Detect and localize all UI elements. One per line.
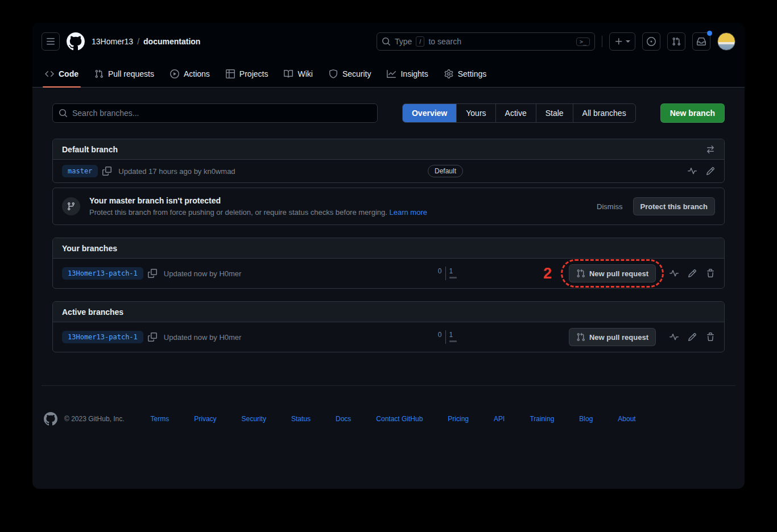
annotation-step-number: 2 [543, 266, 552, 281]
command-palette-icon[interactable]: >_ [576, 38, 590, 46]
filter-yours[interactable]: Yours [456, 104, 495, 122]
github-logo[interactable] [67, 32, 85, 51]
section-title: Your branches [62, 244, 117, 253]
footer: © 2023 GitHub, Inc. Terms Privacy Securi… [42, 385, 735, 426]
search-placeholder-prefix: Type [395, 37, 412, 46]
footer-link-security[interactable]: Security [242, 415, 266, 423]
git-pull-request-icon [94, 69, 104, 78]
branch-filter-tabs: Overview Yours Active Stale All branches [402, 103, 636, 123]
branch-name-link[interactable]: 13Homer13-patch-1 [62, 331, 143, 343]
copy-branch-name-button[interactable] [148, 332, 157, 342]
footer-link-docs[interactable]: Docs [336, 415, 351, 423]
branch-name-link[interactable]: 13Homer13-patch-1 [62, 267, 143, 280]
footer-link-terms[interactable]: Terms [151, 415, 170, 423]
pull-requests-button[interactable] [667, 32, 685, 51]
trash-icon [706, 269, 715, 278]
branch-activity-button[interactable] [669, 332, 679, 342]
rename-branch-button[interactable] [688, 332, 697, 342]
new-pull-request-label: New pull request [589, 269, 648, 278]
pencil-icon [706, 167, 715, 176]
breadcrumb-owner[interactable]: 13Homer13 [92, 37, 133, 46]
branch-protection-banner: Your master branch isn't protected Prote… [52, 188, 725, 225]
git-branch-icon [67, 202, 76, 211]
global-search-box[interactable]: Type / to search >_ [377, 32, 595, 51]
create-new-button[interactable] [609, 32, 635, 51]
copy-branch-name-button[interactable] [102, 167, 111, 176]
avatar[interactable] [717, 32, 735, 51]
branch-row: 13Homer13-patch-1 Updated now by H0mer 0… [53, 322, 724, 352]
tab-wiki[interactable]: Wiki [276, 60, 320, 87]
inbox-icon [697, 37, 706, 46]
tab-insights[interactable]: Insights [379, 60, 436, 87]
behind-count: 0 [435, 330, 446, 344]
copy-branch-name-button[interactable] [148, 269, 157, 278]
learn-more-link[interactable]: Learn more [390, 208, 427, 217]
search-icon [382, 37, 391, 46]
tab-actions[interactable]: Actions [162, 60, 218, 87]
new-pull-request-button[interactable]: New pull request [569, 264, 656, 282]
tab-settings[interactable]: Settings [436, 60, 495, 87]
tab-projects[interactable]: Projects [218, 60, 276, 87]
new-branch-button[interactable]: New branch [660, 103, 725, 123]
search-branches-box[interactable] [52, 103, 378, 123]
tab-pull-requests[interactable]: Pull requests [86, 60, 162, 87]
issues-button[interactable] [642, 32, 660, 51]
rename-branch-button[interactable] [688, 269, 697, 278]
branch-activity-button[interactable] [688, 167, 697, 176]
pulse-icon [669, 269, 679, 278]
pulse-icon [688, 167, 697, 176]
tab-security[interactable]: Security [321, 60, 379, 87]
section-title: Active branches [62, 307, 123, 317]
delete-branch-button[interactable] [706, 332, 715, 342]
footer-links: Terms Privacy Security Status Docs Conta… [151, 415, 636, 423]
branch-row: master Updated 17 hours ago by kn0wmad D… [53, 160, 724, 182]
play-icon [170, 69, 179, 78]
default-branch-header: Default branch [53, 139, 724, 160]
tab-pull-requests-label: Pull requests [108, 69, 154, 78]
breadcrumb-repo[interactable]: documentation [143, 37, 200, 46]
protect-branch-button[interactable]: Protect this branch [633, 197, 715, 215]
git-pull-request-icon [672, 37, 681, 46]
branch-row: 13Homer13-patch-1 Updated now by H0mer 0… [53, 259, 724, 288]
footer-link-api[interactable]: API [494, 415, 505, 423]
compare-branches-button[interactable] [706, 145, 715, 154]
ahead-behind-counts: 0 1 [435, 267, 456, 280]
footer-link-about[interactable]: About [618, 415, 635, 423]
filter-all-branches[interactable]: All branches [573, 104, 635, 122]
filter-stale[interactable]: Stale [536, 104, 573, 122]
hamburger-menu-button[interactable] [42, 32, 60, 51]
footer-link-privacy[interactable]: Privacy [194, 415, 216, 423]
rename-branch-button[interactable] [706, 167, 715, 176]
filter-overview[interactable]: Overview [403, 104, 456, 122]
protection-description: Protect this branch from force pushing o… [89, 208, 387, 217]
your-branches-header: Your branches [53, 238, 724, 259]
behind-count: 0 [435, 267, 446, 280]
copy-icon [148, 332, 157, 342]
tab-code[interactable]: Code [37, 60, 86, 87]
delete-branch-button[interactable] [706, 269, 715, 278]
plus-icon [614, 37, 623, 46]
footer-link-training[interactable]: Training [530, 415, 554, 423]
branch-activity-button[interactable] [669, 269, 679, 278]
tab-wiki-label: Wiki [297, 69, 312, 78]
search-branches-input[interactable] [72, 109, 371, 118]
hamburger-icon [46, 37, 55, 46]
footer-link-status[interactable]: Status [291, 415, 311, 423]
footer-link-pricing[interactable]: Pricing [448, 415, 469, 423]
tab-code-label: Code [59, 69, 78, 78]
unread-notification-dot [707, 31, 712, 36]
copyright-text: © 2023 GitHub, Inc. [64, 415, 125, 423]
github-mark-icon [67, 32, 85, 51]
footer-link-contact[interactable]: Contact GitHub [376, 415, 423, 423]
dismiss-button[interactable]: Dismiss [597, 202, 623, 211]
filter-active[interactable]: Active [495, 104, 536, 122]
footer-link-blog[interactable]: Blog [579, 415, 593, 423]
shield-icon [329, 69, 338, 78]
section-title: Default branch [62, 145, 118, 154]
branch-updated-text: Updated 17 hours ago by kn0wmad [118, 167, 235, 176]
branch-name-link[interactable]: master [62, 165, 98, 177]
ahead-count: 1 [446, 267, 457, 280]
graph-icon [387, 69, 396, 78]
new-pull-request-button[interactable]: New pull request [569, 328, 656, 346]
copy-icon [102, 167, 111, 176]
